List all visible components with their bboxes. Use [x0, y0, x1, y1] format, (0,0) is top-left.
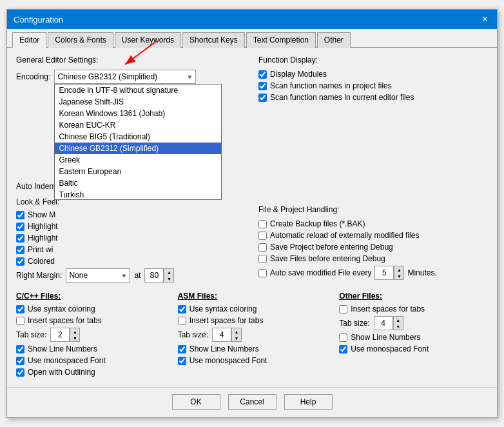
other-insert-spaces: Insert spaces for tabs	[339, 304, 488, 313]
other-insert-spaces-input[interactable]	[339, 305, 347, 313]
asm-tab-size-up[interactable]: ▲	[232, 328, 241, 335]
dropdown-item[interactable]: Japanese Shift-JIS	[55, 96, 221, 108]
cpp-files-title: C/C++ Files:	[16, 292, 165, 301]
asm-tab-size-down[interactable]: ▼	[232, 335, 241, 341]
right-margin-dropdown[interactable]: None ▼	[66, 268, 130, 283]
checkbox-save-files-label: Save Files before entering Debug	[270, 254, 385, 263]
cpp-files-section: C/C++ Files: Use syntax coloring Insert …	[16, 292, 165, 379]
cpp-monospaced-input[interactable]	[16, 357, 24, 365]
auto-save-value-input[interactable]	[374, 266, 394, 280]
checkbox-scan-editor-input[interactable]	[258, 94, 267, 102]
checkbox-save-files-input[interactable]	[258, 255, 267, 263]
cpp-insert-spaces: Insert spaces for tabs	[16, 316, 165, 325]
title-bar: Configuration ×	[7, 10, 497, 29]
tab-colors-fonts[interactable]: Colors & Fonts	[48, 32, 113, 48]
cpp-tab-size-row: Tab size: ▲ ▼	[16, 328, 165, 342]
encoding-row: Encoding: Chinese GB2312	[16, 70, 246, 84]
asm-tab-size-input[interactable]	[212, 328, 231, 342]
checkbox-save-project-input[interactable]	[258, 243, 267, 252]
checkbox-print-input[interactable]	[16, 246, 24, 254]
look-feel-label: Look & Feel:	[16, 197, 59, 206]
other-line-numbers: Show Line Numbers	[339, 333, 488, 342]
asm-line-numbers-input[interactable]	[178, 345, 186, 353]
bottom-section: C/C++ Files: Use syntax coloring Insert …	[16, 292, 488, 379]
dropdown-item[interactable]: Korean Windows 1361 (Johab)	[55, 108, 221, 119]
at-spinner-group: ▲ ▼	[144, 268, 174, 283]
asm-monospaced-input[interactable]	[178, 357, 186, 365]
checkbox-colored: Colored	[16, 257, 246, 266]
checkbox-auto-reload-input[interactable]	[258, 232, 267, 240]
cpp-tab-size-input[interactable]	[50, 328, 70, 342]
tab-shortcut-keys[interactable]: Shortcut Keys	[182, 32, 245, 48]
cpp-line-numbers-label: Show Line Numbers	[28, 344, 97, 353]
file-project-title: File & Project Handling:	[258, 205, 488, 214]
dropdown-item[interactable]: Korean EUC-KR	[55, 119, 221, 131]
other-line-numbers-input[interactable]	[339, 333, 347, 342]
function-display-title: Function Display:	[258, 55, 488, 65]
cpp-line-numbers-input[interactable]	[16, 345, 24, 353]
tab-user-keywords[interactable]: User Keywords	[115, 32, 181, 48]
checkbox-highlight2-input[interactable]	[16, 234, 24, 243]
checkbox-backup: Create Backup files (*.BAK)	[258, 219, 488, 228]
asm-syntax-color-input[interactable]	[178, 305, 186, 313]
at-spinner-up[interactable]: ▲	[164, 269, 173, 275]
dropdown-item[interactable]: Baltic	[55, 177, 221, 189]
tab-editor[interactable]: Editor	[12, 32, 46, 48]
asm-insert-spaces: Insert spaces for tabs	[178, 316, 327, 325]
checkbox-save-project: Save Project before entering Debug	[258, 243, 488, 252]
cpp-tab-size-down[interactable]: ▼	[70, 335, 79, 341]
asm-files-title: ASM Files:	[178, 292, 327, 301]
dropdown-item[interactable]: Encode in UTF-8 without signature	[55, 84, 221, 96]
other-tab-size-spinner: ▲ ▼	[393, 316, 403, 330]
checkbox-auto-save-input[interactable]	[258, 269, 267, 277]
dropdown-item[interactable]: Eastern European	[55, 166, 221, 177]
help-button[interactable]: Help	[284, 394, 333, 410]
encoding-dropdown-list[interactable]: Encode in UTF-8 without signature Japane…	[54, 84, 222, 200]
cpp-syntax-color-input[interactable]	[16, 305, 24, 313]
tab-text-completion[interactable]: Text Completion	[246, 32, 316, 48]
other-tab-size-spinner-group: ▲ ▼	[374, 316, 403, 330]
cpp-outlining-input[interactable]	[16, 368, 24, 377]
dropdown-item-selected[interactable]: Chinese GB2312 (Simplified)	[55, 143, 221, 154]
other-tab-size-down[interactable]: ▼	[394, 323, 403, 330]
asm-line-numbers: Show Line Numbers	[178, 344, 327, 353]
general-settings-title: General Editor Settings:	[16, 55, 246, 65]
checkbox-auto-save: Auto save modified File every ▲ ▼ Minute…	[258, 266, 488, 280]
at-spinner-down[interactable]: ▼	[164, 275, 173, 282]
asm-insert-spaces-input[interactable]	[178, 317, 186, 325]
checkbox-colored-input[interactable]	[16, 257, 24, 266]
dialog-footer: OK Cancel Help	[7, 387, 497, 417]
encoding-dropdown-display[interactable]: Chinese GB2312 (Simplified) ▼	[54, 70, 196, 84]
dropdown-item[interactable]: Greek	[55, 154, 221, 166]
checkbox-scan-project-input[interactable]	[258, 82, 267, 90]
dropdown-arrow-icon: ▼	[186, 74, 193, 81]
dropdown-item[interactable]: Turkish	[55, 189, 221, 200]
configuration-dialog: Configuration × Editor Colors & Fonts Us…	[6, 9, 498, 418]
checkbox-backup-input[interactable]	[258, 220, 267, 228]
auto-save-spinner-down[interactable]: ▼	[394, 273, 403, 279]
encoding-value: Chinese GB2312 (Simplified)	[57, 72, 157, 81]
other-tab-size-up[interactable]: ▲	[394, 317, 403, 323]
tab-other[interactable]: Other	[317, 32, 351, 48]
checkbox-highlight2-label: Highlight	[28, 233, 58, 243]
cpp-insert-spaces-input[interactable]	[16, 317, 24, 325]
checkbox-show-m-label: Show M	[28, 210, 55, 219]
checkbox-show-m-input[interactable]	[16, 211, 24, 219]
dropdown-item[interactable]: Chinese BIG5 (Traditional)	[55, 131, 221, 143]
at-value-input[interactable]	[144, 268, 164, 283]
close-button[interactable]: ×	[480, 14, 490, 25]
checkbox-display-modules-input[interactable]	[258, 70, 267, 79]
checkbox-save-project-label: Save Project before entering Debug	[270, 243, 393, 252]
other-tab-size-input[interactable]	[374, 316, 393, 330]
checkbox-scan-project-label: Scan function names in project files	[270, 81, 392, 90]
other-monospaced-input[interactable]	[339, 345, 347, 353]
auto-save-spinner-up[interactable]: ▲	[394, 266, 403, 273]
ok-button[interactable]: OK	[172, 394, 220, 410]
checkbox-highlight1-input[interactable]	[16, 223, 24, 231]
right-column: Function Display: Display Modules Scan f…	[258, 55, 488, 286]
cpp-tab-size-up[interactable]: ▲	[70, 328, 79, 335]
look-feel-section: Look & Feel: Show M Highlight Highlight	[16, 197, 246, 266]
checkbox-scan-project: Scan function names in project files	[258, 81, 488, 90]
checkbox-backup-label: Create Backup files (*.BAK)	[270, 219, 365, 228]
cancel-button[interactable]: Cancel	[228, 394, 276, 410]
